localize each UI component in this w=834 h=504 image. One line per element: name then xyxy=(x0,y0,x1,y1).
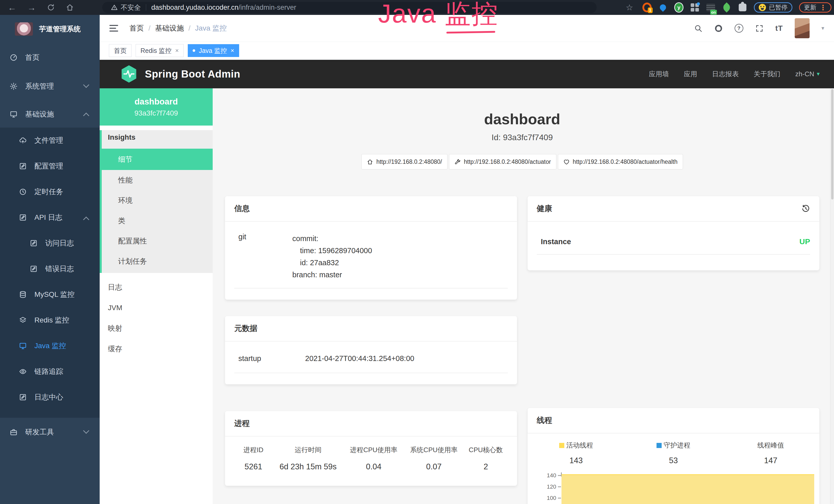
sba-sidebar: dashboard 93a3fc7f7409 Insights 细节 性能 环境… xyxy=(100,88,213,504)
sidebar-item-redis[interactable]: Redis 监控 xyxy=(0,307,100,333)
sba-brand-title: Spring Boot Admin xyxy=(145,68,240,80)
threads-card-body: 活动线程 143 守护进程 53 线程峰值 14 xyxy=(528,433,820,504)
collapse-sidebar-icon[interactable] xyxy=(109,25,118,31)
bookmark-star-icon[interactable]: ☆ xyxy=(626,3,633,12)
table-column: 系统CPU使用率 0.07 xyxy=(404,445,464,472)
sba-nav-wall[interactable]: 应用墙 xyxy=(649,70,669,78)
health-card-body: Instance UP xyxy=(528,221,820,270)
close-icon[interactable]: × xyxy=(231,47,234,54)
locale-label: zh-CN xyxy=(795,70,814,78)
scrollbar-thumb[interactable] xyxy=(831,89,833,200)
service-url-button[interactable]: http://192.168.0.2:48080/ xyxy=(361,154,447,169)
reload-icon[interactable] xyxy=(47,3,55,12)
sidebar-menu: 首页 系统管理 基础设施 文件管理 配置管理 xyxy=(0,43,100,504)
sba-nav-applications[interactable]: 应用 xyxy=(684,70,697,78)
sba-item-config-props[interactable]: 配置属性 xyxy=(102,231,213,251)
layers-icon xyxy=(19,316,27,324)
sba-item-jvm[interactable]: JVM xyxy=(100,298,213,318)
sidebar-item-trace[interactable]: 链路追踪 xyxy=(0,359,100,384)
legend-value: 53 xyxy=(669,456,678,465)
extension-orange-icon[interactable]: 1 xyxy=(642,3,652,12)
home-icon[interactable] xyxy=(66,3,74,12)
tab-label: Redis 监控 xyxy=(140,46,172,55)
text-size-icon[interactable]: tT xyxy=(775,24,783,32)
extension-y-icon[interactable]: y xyxy=(674,3,683,12)
sba-item-details[interactable]: 细节 xyxy=(100,148,213,170)
sba-item-classes[interactable]: 类 xyxy=(102,210,213,231)
page-title: dashboard xyxy=(225,110,819,128)
sba-nav-about[interactable]: 关于我们 xyxy=(753,70,780,78)
help-icon[interactable]: ? xyxy=(734,24,743,32)
sidebar-item-files[interactable]: 文件管理 xyxy=(0,128,100,153)
close-icon[interactable]: × xyxy=(175,47,179,54)
sba-item-metrics[interactable]: 性能 xyxy=(102,170,213,190)
table-column: 进程CPU使用率 0.04 xyxy=(344,445,404,472)
extension-leaf-icon[interactable] xyxy=(722,3,731,12)
legend-label: 活动线程 xyxy=(566,441,593,450)
breadcrumb-item[interactable]: 基础设施 xyxy=(155,23,184,33)
sidebar-item-api-log[interactable]: API 日志 xyxy=(0,205,100,230)
legend-swatch-daemon xyxy=(657,443,662,448)
tab-label: 首页 xyxy=(114,46,127,55)
history-icon[interactable] xyxy=(802,204,810,213)
sba-item-logs[interactable]: 日志 xyxy=(100,277,213,298)
scrollbar[interactable] xyxy=(830,88,834,504)
database-icon xyxy=(19,291,27,298)
health-card: 健康 Instance UP xyxy=(528,196,820,270)
sidebar-item-java[interactable]: Java 监控 xyxy=(0,333,100,359)
sidebar-item-config[interactable]: 配置管理 xyxy=(0,153,100,179)
menu-dots-icon[interactable]: ⋮ xyxy=(819,3,827,12)
screen: ← → 不安全 dashboard.yudao.iocoder.cn /infr… xyxy=(0,0,834,504)
paused-extension-button[interactable]: 已暂停 xyxy=(754,2,792,13)
edit-icon xyxy=(19,162,27,170)
back-icon[interactable]: ← xyxy=(8,3,17,13)
caret-down-icon[interactable]: ▾ xyxy=(821,25,824,31)
card-title: 信息 xyxy=(234,203,250,214)
extension-grid-icon[interactable] xyxy=(690,3,699,12)
forward-icon[interactable]: → xyxy=(27,3,36,13)
sidebar-item-access-log[interactable]: 访问日志 xyxy=(0,230,100,256)
health-card-header: 健康 xyxy=(528,196,820,221)
sidebar-item-label: 定时任务 xyxy=(35,187,63,197)
sba-nav-journal[interactable]: 日志报表 xyxy=(712,70,739,78)
sidebar-item-system[interactable]: 系统管理 xyxy=(0,72,100,101)
update-button[interactable]: 更新 ⋮ xyxy=(799,2,831,13)
sba-item-environment[interactable]: 环境 xyxy=(102,190,213,210)
sidebar-submenu: 文件管理 配置管理 定时任务 API 日志 访问日志 xyxy=(0,128,100,418)
extension-puzzle-icon[interactable] xyxy=(738,3,747,12)
sidebar-item-label: Java 监控 xyxy=(35,341,66,351)
sidebar-item-error-log[interactable]: 错误日志 xyxy=(0,256,100,282)
address-bar[interactable]: 不安全 dashboard.yudao.iocoder.cn /infra/ad… xyxy=(102,2,597,13)
legend-swatch-live xyxy=(559,443,564,448)
sba-item-caches[interactable]: 缓存 xyxy=(100,339,213,359)
tab-java[interactable]: Java 监控 × xyxy=(188,44,239,57)
sba-app-block[interactable]: dashboard 93a3fc7f7409 xyxy=(100,88,213,125)
sidebar-item-home[interactable]: 首页 xyxy=(0,43,100,72)
sidebar-item-infra[interactable]: 基础设施 xyxy=(0,101,100,128)
sidebar-item-mysql[interactable]: MySQL 监控 xyxy=(0,282,100,307)
sidebar-item-devtools[interactable]: 研发工具 xyxy=(0,418,100,446)
tab-home[interactable]: 首页 xyxy=(109,44,132,57)
github-icon[interactable] xyxy=(714,24,723,32)
security-label: 不安全 xyxy=(121,3,141,12)
sidebar-item-log-center[interactable]: 日志中心 xyxy=(0,384,100,410)
puzzle-icon xyxy=(739,4,746,11)
sba-item-mappings[interactable]: 映射 xyxy=(100,318,213,339)
browser-extensions: ☆ 1 y on 已暂停 更新 ⋮ xyxy=(626,0,831,15)
sba-locale-select[interactable]: zh-CN ▾ xyxy=(795,70,820,78)
fullscreen-icon[interactable] xyxy=(755,24,764,32)
sba-item-scheduled-tasks[interactable]: 计划任务 xyxy=(102,251,213,271)
health-url-button[interactable]: http://192.168.0.2:48080/actuator/health xyxy=(558,154,683,169)
breadcrumb-item[interactable]: 首页 xyxy=(129,23,144,33)
search-icon[interactable] xyxy=(694,24,702,32)
header-actions: ? tT ▾ xyxy=(694,18,824,38)
avatar[interactable] xyxy=(795,18,810,38)
app-logo-row: 芋道管理系统 xyxy=(0,15,100,43)
gear-icon xyxy=(10,83,18,90)
extension-on-icon[interactable]: on xyxy=(706,3,715,12)
actuator-url-button[interactable]: http://192.168.0.2:48080/actuator xyxy=(449,154,556,169)
extension-pin-icon[interactable] xyxy=(658,3,667,12)
sidebar-item-jobs[interactable]: 定时任务 xyxy=(0,179,100,205)
divider xyxy=(146,4,146,11)
tab-redis[interactable]: Redis 监控 × xyxy=(136,44,184,57)
